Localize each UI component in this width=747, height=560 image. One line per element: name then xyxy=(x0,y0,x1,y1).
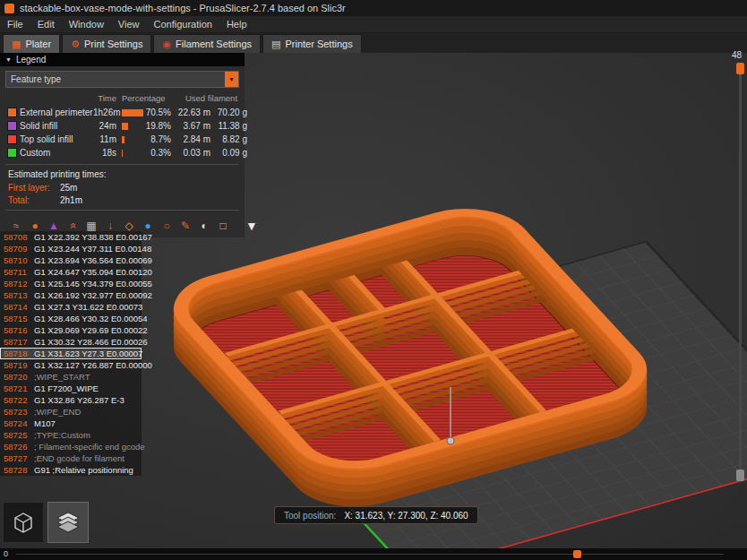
menu-item-edit[interactable]: Edit xyxy=(30,16,62,32)
menu-bar: File Edit Window View Configuration Help xyxy=(0,16,747,33)
custom-gcode-icon[interactable]: ● xyxy=(142,220,154,232)
gcode-line-number: 58713 xyxy=(0,290,30,300)
first-layer-value: 25m xyxy=(60,183,77,193)
menu-item-file[interactable]: File xyxy=(0,16,30,32)
gcode-line[interactable]: 58727 ;END gcode for filament xyxy=(0,452,142,464)
travel-icon[interactable]: ≈ xyxy=(10,220,22,232)
gcode-line-number: 58723 xyxy=(0,407,30,417)
gcode-line[interactable]: 58718 G1 X31.623 Y27.3 E0.00007 xyxy=(0,348,142,359)
gcode-line-text: G1 X29.069 Y29.69 E0.00022 xyxy=(30,325,148,335)
gcode-line[interactable]: 58728 G91 ;Relative positionning xyxy=(0,464,142,476)
gcode-line-number: 58719 xyxy=(0,360,30,370)
gcode-line-number: 58714 xyxy=(0,302,30,312)
gcode-line-number: 58725 xyxy=(0,430,30,440)
chevron-down-icon: ▼ xyxy=(228,76,235,82)
feature-time: 1h26m xyxy=(93,108,122,117)
feature-percentage-bar xyxy=(122,136,124,143)
total-time-value: 2h1m xyxy=(60,195,82,205)
feature-percentage-bar xyxy=(122,123,128,130)
gcode-line[interactable]: 58717 G1 X30.32 Y28.466 E0.00026 xyxy=(0,336,142,348)
tab-filament-settings[interactable]: ◉ Filament Settings xyxy=(153,34,261,53)
gcode-line[interactable]: 58726 ; Filament-specific end gcode xyxy=(0,441,142,452)
window-title: stackable-box-vase-mode-with-settings - … xyxy=(20,3,346,13)
gcode-line[interactable]: 58710 G1 X23.694 Y36.564 E0.00069 xyxy=(0,254,142,266)
seams-icon[interactable]: » xyxy=(66,220,79,232)
edit-icon[interactable]: ✎ xyxy=(179,220,192,232)
collapse-triangle-icon: ▼ xyxy=(5,56,12,63)
gcode-line[interactable]: 58708 G1 X22.392 Y38.838 E0.00167 xyxy=(0,231,142,243)
tab-icon: ◉ xyxy=(162,39,171,49)
feature-color-swatch xyxy=(7,148,17,158)
gcode-line[interactable]: 58709 G1 X23.244 Y37.311 E0.00148 xyxy=(0,243,142,254)
feature-row: External perimeter 1h26m 70.5% 22.63 m 7… xyxy=(4,106,241,119)
arrow-down-icon[interactable]: ▼ xyxy=(245,220,259,232)
cube-view-icon xyxy=(10,509,37,536)
gcode-line-text: G1 X32.86 Y26.287 E-3 xyxy=(30,395,124,405)
gcode-line[interactable]: 58720 ;WIPE_START xyxy=(0,371,142,383)
retractions-icon[interactable]: ● xyxy=(29,220,41,232)
color-change-icon[interactable]: ↓ xyxy=(104,220,116,232)
gcode-line-number: 58709 xyxy=(0,244,30,254)
gcode-line-text: ;END gcode for filament xyxy=(30,453,124,463)
first-layer-row: First layer: 25m xyxy=(8,183,241,193)
grid-icon[interactable]: ▦ xyxy=(85,220,98,232)
gcode-line[interactable]: 58723 ;WIPE_END xyxy=(0,406,142,418)
feature-row: Top solid infill 11m 8.7% 2.84 m 8.82 g xyxy=(4,133,241,146)
pause-print-icon[interactable]: ◇ xyxy=(123,220,135,232)
gcode-line[interactable]: 58724 M107 xyxy=(0,418,142,429)
menu-item-configuration[interactable]: Configuration xyxy=(146,16,219,32)
gcode-line-text: G1 F7200_WIPE xyxy=(30,383,99,393)
move-slider-handle[interactable] xyxy=(573,550,581,558)
gcode-line-number: 58710 xyxy=(0,255,30,265)
gcode-line-text: G1 X32.127 Y26.887 E0.00000 xyxy=(30,360,152,370)
layer-slider-track[interactable] xyxy=(739,65,742,482)
tab-label: Plater xyxy=(25,39,51,49)
column-time: Time xyxy=(93,93,122,103)
contrast-icon[interactable]: ◐ xyxy=(198,220,210,232)
view-type-dropdown[interactable]: Feature type ▼ xyxy=(5,71,239,88)
divider xyxy=(5,210,239,211)
menu-item-window[interactable]: Window xyxy=(62,16,111,32)
legend-header[interactable]: ▼ Legend xyxy=(0,53,245,66)
gcode-line[interactable]: 58725 ;TYPE:Custom xyxy=(0,429,142,441)
feature-percentage-bar xyxy=(122,150,123,157)
gcode-line-text: G1 X22.392 Y38.838 E0.00167 xyxy=(30,232,152,242)
menu-item-help[interactable]: Help xyxy=(219,16,254,32)
view-toggle-buttons xyxy=(3,502,89,543)
feature-filament-length: 2.84 m xyxy=(176,134,215,144)
gcode-line[interactable]: 58712 G1 X25.145 Y34.379 E0.00055 xyxy=(0,278,142,289)
deretractions-icon[interactable]: ▲ xyxy=(47,220,60,232)
gcode-line[interactable]: 58719 G1 X32.127 Y26.887 E0.00000 xyxy=(0,359,142,371)
gcode-line[interactable]: 58713 G1 X26.192 Y32.977 E0.00092 xyxy=(0,289,142,301)
gcode-line[interactable]: 58714 G1 X27.3 Y31.622 E0.00073 xyxy=(0,301,142,313)
layer-slider-lower-handle[interactable] xyxy=(736,470,744,481)
shells-icon[interactable]: ○ xyxy=(160,220,173,232)
total-time-row: Total: 2h1m xyxy=(8,195,241,205)
gcode-line[interactable]: 58721 G1 F7200_WIPE xyxy=(0,383,142,394)
gcode-line[interactable]: 58715 G1 X28.466 Y30.32 E0.00054 xyxy=(0,313,142,324)
cube-icon[interactable]: □ xyxy=(217,220,229,232)
tab-print-settings[interactable]: ⚙ Print Settings xyxy=(62,34,151,53)
first-layer-label: First layer: xyxy=(8,183,60,193)
menu-item-view[interactable]: View xyxy=(111,16,147,32)
tab-plater[interactable]: ▦ Plater xyxy=(3,34,60,53)
gcode-line[interactable]: 58711 G1 X24.647 Y35.094 E0.00120 xyxy=(0,266,142,278)
gcode-line-text: G91 ;Relative positionning xyxy=(30,465,133,475)
gcode-line[interactable]: 58716 G1 X29.069 Y29.69 E0.00022 xyxy=(0,324,142,336)
dropdown-arrow-button[interactable]: ▼ xyxy=(225,72,238,87)
layer-slider-upper-handle[interactable] xyxy=(736,63,744,74)
feature-table-header: Time Percentage Used filament xyxy=(4,93,241,103)
legend-title: Legend xyxy=(16,55,46,65)
title-bar: stackable-box-vase-mode-with-settings - … xyxy=(0,0,747,16)
gcode-line-number: 58726 xyxy=(0,442,30,452)
feature-percentage: 8.7% xyxy=(145,134,176,144)
tab-printer-settings[interactable]: ▤ Printer Settings xyxy=(262,34,362,53)
feature-percentage: 0.3% xyxy=(145,148,176,158)
editor-view-button[interactable] xyxy=(3,502,44,543)
move-slider-track[interactable] xyxy=(16,554,724,555)
feature-filament-length: 3.67 m xyxy=(176,121,215,131)
preview-view-button[interactable] xyxy=(47,502,89,543)
gcode-line[interactable]: 58722 G1 X32.86 Y26.287 E-3 xyxy=(0,394,142,406)
layer-slider-max-label: 48 xyxy=(732,50,742,60)
gcode-line-number: 58724 xyxy=(0,418,30,428)
